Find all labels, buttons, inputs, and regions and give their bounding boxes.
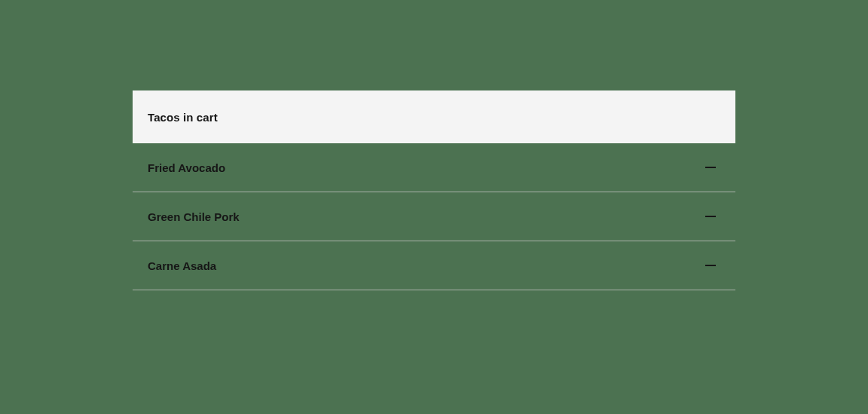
cart-title: Tacos in cart [148,111,218,124]
remove-item-button[interactable] [701,211,720,222]
minus-icon [705,167,716,169]
cart-item-label: Carne Asada [148,259,216,272]
cart-item-row: Fried Avocado [133,143,735,192]
cart-item-label: Fried Avocado [148,161,225,174]
cart-item-label: Green Chile Pork [148,210,240,223]
remove-item-button[interactable] [701,260,720,271]
cart-panel: Tacos in cart Fried Avocado Green Chile … [133,90,735,290]
cart-item-row: Green Chile Pork [133,192,735,241]
minus-icon [705,265,716,267]
minus-icon [705,216,716,218]
remove-item-button[interactable] [701,162,720,173]
cart-item-row: Carne Asada [133,241,735,290]
cart-header: Tacos in cart [133,90,735,143]
